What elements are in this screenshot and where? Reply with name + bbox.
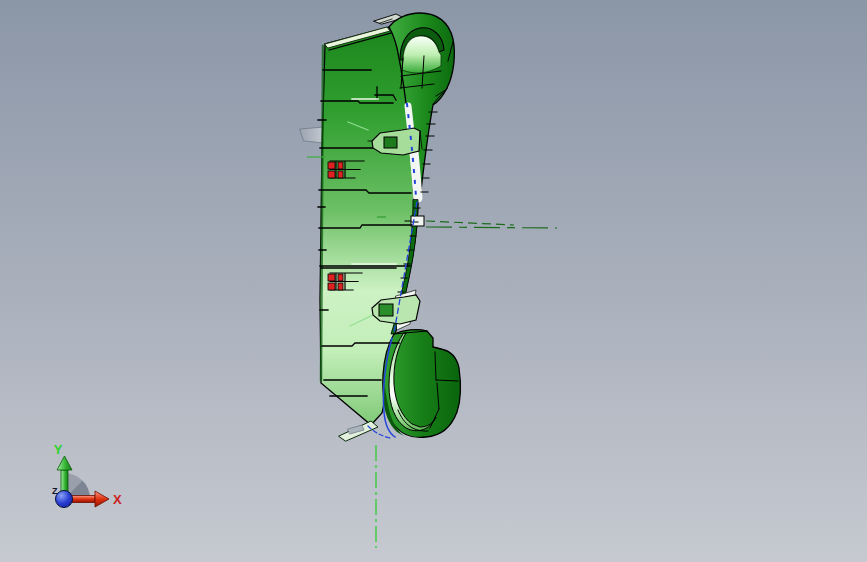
model-left-flange-tab[interactable] (300, 127, 324, 143)
cad-viewport[interactable]: Y Z X (0, 0, 867, 562)
snap-tab-upper-slot[interactable] (384, 137, 397, 148)
y-axis-label: Y (54, 442, 63, 457)
snap-tab-lower-slot[interactable] (379, 304, 393, 316)
origin-sphere[interactable] (56, 491, 73, 508)
x-axis-label: X (113, 492, 122, 507)
